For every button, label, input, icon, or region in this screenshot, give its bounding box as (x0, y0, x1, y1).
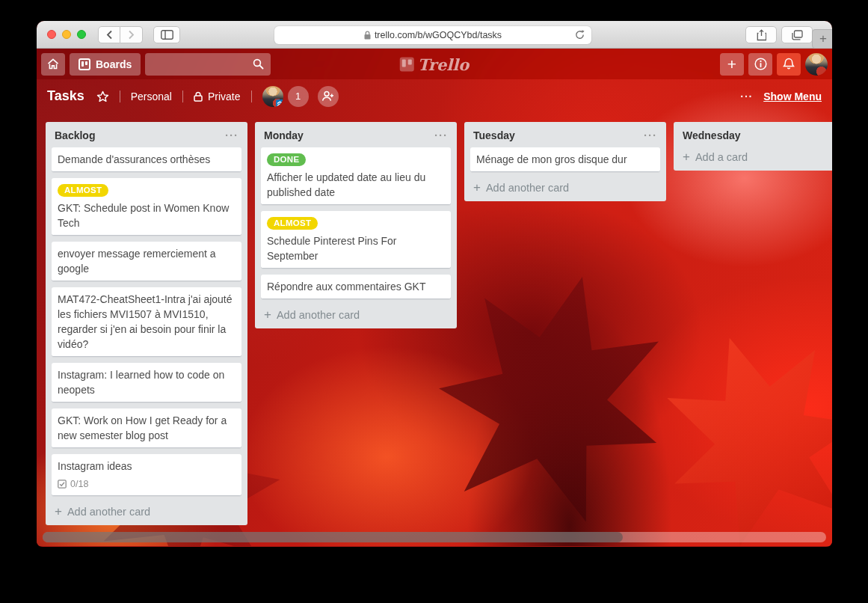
chevron-right-icon (128, 30, 135, 40)
list-backlog: Backlog ··· Demande d'assurances orthèse… (46, 122, 247, 525)
add-member-icon (321, 91, 334, 102)
admin-badge-icon (276, 100, 283, 107)
board-background: Boards Trello + (37, 49, 832, 546)
trello-nav-bar: Boards Trello + (37, 49, 832, 79)
checklist-icon (58, 480, 67, 489)
boards-button-label: Boards (96, 58, 132, 70)
card[interactable]: Demande d'assurances orthèses (52, 147, 241, 172)
home-button[interactable] (41, 53, 65, 76)
add-card-button[interactable]: + Add another card (52, 502, 241, 519)
reload-button[interactable] (574, 29, 585, 40)
list-title[interactable]: Wednesday (683, 129, 741, 141)
sidebar-icon (161, 30, 173, 40)
list-title[interactable]: Tuesday (473, 129, 515, 141)
board-team-button[interactable]: Personal (131, 91, 172, 102)
add-card-button[interactable]: + Add a card (680, 147, 832, 165)
divider (120, 91, 120, 102)
list-menu-icon[interactable]: ··· (644, 132, 657, 139)
board-header: Tasks Personal Private 1 (37, 79, 832, 113)
card-label-done[interactable]: DONE (267, 153, 306, 166)
lock-icon (364, 31, 371, 40)
sidebar-toggle-button[interactable] (153, 26, 180, 43)
boards-icon (79, 58, 90, 70)
star-icon (96, 91, 109, 102)
card[interactable]: Instagram ideas 0/18 (52, 454, 241, 496)
forward-button[interactable] (120, 26, 143, 43)
card[interactable]: envoyer message remerciement a google (52, 242, 241, 281)
star-board-button[interactable] (96, 91, 109, 102)
notifications-button[interactable] (777, 53, 801, 76)
close-window-button[interactable] (47, 30, 56, 39)
search-input[interactable] (145, 53, 271, 76)
divider (182, 91, 183, 102)
trello-logo-icon (400, 57, 414, 71)
safari-window: trello.com/b/wGOQCYbd/tasks + (37, 21, 832, 547)
back-button[interactable] (98, 26, 120, 43)
home-icon (47, 58, 59, 70)
traffic-lights (47, 30, 86, 39)
minimize-window-button[interactable] (62, 30, 71, 39)
board-menu-ellipsis-icon[interactable]: ··· (740, 91, 753, 102)
board-visibility-button[interactable]: Private (194, 91, 241, 102)
new-tab-button[interactable]: + (812, 29, 832, 49)
divider (251, 91, 252, 102)
card[interactable]: Instagram: I learned how to code on neop… (52, 363, 241, 402)
search-icon (253, 58, 264, 70)
chevron-left-icon (106, 30, 113, 40)
boards-button[interactable]: Boards (70, 53, 141, 76)
add-card-button[interactable]: + Add another card (470, 178, 660, 195)
card[interactable]: Ménage de mon gros disque dur (470, 147, 660, 172)
user-avatar[interactable] (805, 53, 828, 76)
plus-icon: + (819, 31, 827, 46)
card[interactable]: DONE Afficher le updated date au lieu du… (261, 147, 451, 205)
member-count-badge[interactable]: 1 (288, 86, 309, 107)
horizontal-scrollbar-track[interactable] (43, 532, 826, 542)
bell-icon (783, 58, 795, 70)
list-title[interactable]: Monday (264, 129, 304, 141)
info-button[interactable] (748, 53, 772, 76)
card-label-almost[interactable]: ALMOST (58, 184, 108, 197)
plus-icon: + (473, 183, 481, 193)
card[interactable]: Répondre aux commentaires GKT (261, 275, 451, 299)
reload-icon (574, 29, 585, 40)
info-icon (754, 58, 767, 70)
board-canvas: Backlog ··· Demande d'assurances orthèse… (37, 113, 832, 546)
plus-icon: + (727, 55, 736, 73)
trello-logo: Trello (400, 55, 470, 73)
add-card-button[interactable]: + Add another card (261, 305, 451, 322)
tab-overview-button[interactable] (781, 26, 813, 43)
trello-logo-text: Trello (418, 55, 470, 73)
card-label-almost[interactable]: ALMOST (267, 217, 318, 230)
card[interactable]: ALMOST Schedule Pinterest Pins For Septe… (261, 211, 451, 269)
share-icon (757, 29, 766, 41)
list-tuesday: Tuesday ··· Ménage de mon gros disque du… (464, 122, 666, 201)
tabs-icon (792, 30, 803, 40)
url-text: trello.com/b/wGOQCYbd/tasks (375, 30, 502, 40)
plus-icon: + (683, 152, 690, 162)
address-bar[interactable]: trello.com/b/wGOQCYbd/tasks (274, 26, 591, 44)
team-name: Personal (131, 91, 172, 102)
browser-titlebar: trello.com/b/wGOQCYbd/tasks + (37, 21, 832, 49)
checklist-badge: 0/18 (58, 479, 236, 491)
card[interactable]: MAT472-CheatSheet1-Intra j'ai ajouté les… (52, 287, 241, 357)
visibility-label: Private (208, 91, 241, 102)
add-member-button[interactable] (318, 86, 339, 107)
list-menu-icon[interactable]: ··· (434, 132, 448, 139)
list-wednesday: Wednesday + Add a card (674, 122, 832, 171)
show-menu-link[interactable]: Show Menu (763, 91, 822, 102)
share-button[interactable] (745, 26, 777, 43)
horizontal-scrollbar-thumb[interactable] (43, 532, 623, 542)
board-title[interactable]: Tasks (47, 88, 84, 104)
create-button[interactable]: + (720, 53, 744, 76)
lock-icon (194, 91, 203, 102)
list-title[interactable]: Backlog (55, 129, 95, 141)
list-menu-icon[interactable]: ··· (225, 132, 238, 139)
list-monday: Monday ··· DONE Afficher le updated date… (255, 122, 457, 328)
plus-icon: + (55, 506, 62, 517)
card[interactable]: ALMOST GKT: Schedule post in Women Know … (52, 178, 241, 236)
plus-icon: + (264, 310, 271, 320)
card[interactable]: GKT: Work on How I get Ready for a new s… (52, 408, 241, 448)
member-avatar[interactable] (262, 86, 283, 107)
zoom-window-button[interactable] (77, 30, 86, 39)
